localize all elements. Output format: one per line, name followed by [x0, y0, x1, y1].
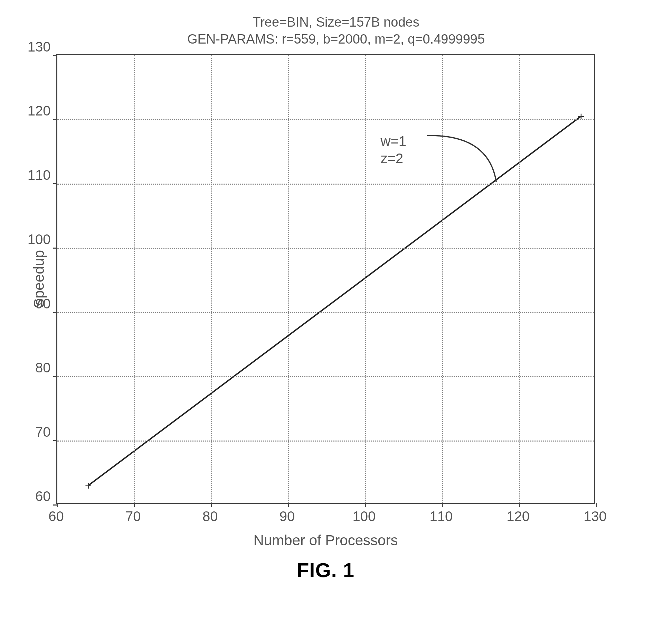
x-tick-label: 120 [507, 509, 530, 524]
y-tick-mark [53, 440, 57, 441]
chart-title-line1: Tree=BIN, Size=157B nodes [25, 14, 647, 31]
gridline-vertical [288, 55, 289, 503]
gridline-vertical [211, 55, 212, 503]
gridline-vertical [365, 55, 366, 503]
x-axis-row: 60708090100110120130 [56, 504, 595, 525]
gridline-horizontal [57, 376, 594, 377]
plot-wrap: Speedup 60708090100110120130 w=1 z=2 ++ [25, 54, 647, 504]
y-tick-mark [53, 312, 57, 313]
annotation-label: w=1 z=2 [381, 132, 407, 167]
gridline-horizontal [57, 312, 594, 313]
x-tick-mark [596, 503, 597, 507]
y-tick-mark [53, 119, 57, 120]
annotation-line1: w=1 [381, 132, 407, 150]
gridline-horizontal [57, 441, 594, 442]
y-tick-mark [53, 248, 57, 249]
x-axis: 60708090100110120130 [56, 504, 595, 525]
data-point-marker: + [578, 110, 584, 123]
x-tick-label: 90 [280, 509, 295, 524]
chart-title-line2: GEN-PARAMS: r=559, b=2000, m=2, q=0.4999… [25, 31, 647, 48]
x-axis-label: Number of Processors [56, 532, 595, 549]
figure-caption: FIG. 1 [56, 558, 595, 582]
gridline-horizontal [57, 248, 594, 249]
y-tick-mark [53, 376, 57, 377]
gridline-vertical [519, 55, 520, 503]
x-tick-label: 60 [48, 509, 64, 524]
gridline-vertical [134, 55, 135, 503]
x-tick-label: 100 [353, 509, 376, 524]
plot-area: w=1 z=2 ++ [56, 54, 595, 504]
x-tick-label: 70 [125, 509, 141, 524]
gridline-vertical [442, 55, 443, 503]
data-line [57, 55, 596, 505]
x-tick-label: 130 [584, 509, 607, 524]
y-tick-mark [53, 183, 57, 184]
gridline-horizontal [57, 184, 594, 185]
chart-title: Tree=BIN, Size=157B nodes GEN-PARAMS: r=… [25, 14, 647, 48]
x-tick-label: 80 [202, 509, 218, 524]
x-tick-label: 110 [429, 509, 453, 524]
annotation-arc [57, 55, 596, 505]
annotation-line2: z=2 [381, 150, 407, 167]
data-point-marker: + [85, 479, 91, 492]
y-axis: 60708090100110120130 [25, 54, 56, 504]
chart-container: Tree=BIN, Size=157B nodes GEN-PARAMS: r=… [25, 14, 647, 582]
y-tick-mark [53, 55, 57, 56]
gridline-horizontal [57, 119, 594, 120]
